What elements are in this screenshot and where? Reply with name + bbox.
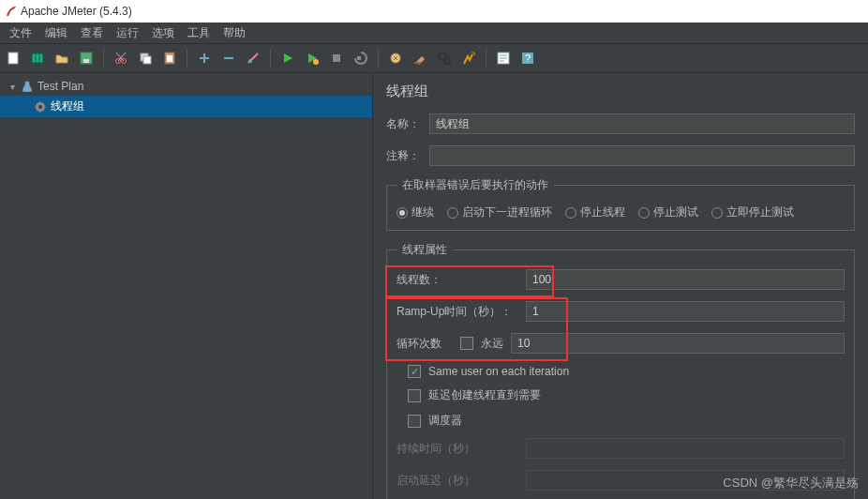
same-user-row: Same user on each iteration bbox=[408, 365, 845, 378]
start-no-timers-icon[interactable] bbox=[303, 49, 322, 68]
duration-input bbox=[526, 438, 845, 459]
svg-rect-13 bbox=[357, 56, 361, 60]
svg-text:?: ? bbox=[525, 53, 531, 64]
separator bbox=[103, 49, 104, 68]
error-action-radios: 继续 启动下一进程循环 停止线程 停止测试 立即停止测试 bbox=[397, 204, 845, 220]
radio-stop-test[interactable]: 停止测试 bbox=[638, 204, 698, 220]
svg-rect-12 bbox=[333, 54, 340, 62]
flask-icon bbox=[21, 80, 34, 93]
svg-point-22 bbox=[38, 105, 42, 109]
radio-start-next[interactable]: 启动下一进程循环 bbox=[447, 204, 552, 220]
thread-group-panel: 线程组 名称： 注释： 在取样器错误后要执行的动作 继续 启动下一进程循环 停止… bbox=[373, 73, 868, 499]
stop-icon[interactable] bbox=[327, 49, 346, 68]
clear-icon[interactable] bbox=[386, 49, 405, 68]
function-helper-icon[interactable] bbox=[494, 49, 513, 68]
svg-point-10 bbox=[248, 59, 252, 63]
scheduler-row: 调度器 bbox=[408, 413, 845, 429]
menu-help[interactable]: 帮助 bbox=[217, 23, 251, 43]
window-titlebar: Apache JMeter (5.4.3) bbox=[0, 0, 868, 23]
menu-edit[interactable]: 编辑 bbox=[39, 23, 73, 43]
comment-row: 注释： bbox=[386, 145, 855, 166]
separator bbox=[270, 49, 271, 68]
svg-point-11 bbox=[313, 59, 319, 65]
comment-input[interactable] bbox=[429, 145, 855, 166]
tree-root[interactable]: ▾ Test Plan bbox=[0, 77, 372, 96]
forever-label: 永远 bbox=[481, 336, 503, 352]
separator bbox=[187, 49, 187, 68]
threads-row: 线程数： bbox=[397, 269, 845, 290]
name-label: 名称： bbox=[386, 116, 424, 132]
ramp-label: Ramp-Up时间（秒）： bbox=[397, 304, 518, 320]
search-icon[interactable] bbox=[435, 49, 454, 68]
shutdown-icon[interactable] bbox=[352, 49, 370, 68]
new-icon[interactable] bbox=[4, 49, 22, 68]
thread-props-legend: 线程属性 bbox=[397, 242, 453, 258]
tree-thread-group[interactable]: 线程组 bbox=[0, 96, 372, 117]
ramp-row: Ramp-Up时间（秒）： bbox=[397, 301, 845, 322]
menu-run[interactable]: 运行 bbox=[111, 23, 144, 43]
toggle-icon[interactable] bbox=[244, 49, 262, 68]
svg-rect-15 bbox=[414, 62, 421, 64]
same-user-checkbox[interactable] bbox=[408, 365, 421, 378]
help-icon[interactable]: ? bbox=[518, 49, 537, 68]
comment-label: 注释： bbox=[386, 148, 424, 164]
svg-rect-0 bbox=[8, 53, 18, 64]
open-icon[interactable] bbox=[52, 49, 71, 68]
tree-root-label: Test Plan bbox=[37, 80, 83, 93]
panel-heading: 线程组 bbox=[386, 83, 855, 100]
clear-all-icon[interactable] bbox=[411, 49, 429, 68]
save-icon[interactable] bbox=[77, 49, 96, 68]
ramp-input[interactable] bbox=[526, 301, 845, 322]
thread-props-fieldset: 线程属性 线程数： Ramp-Up时间（秒）： 循环次数 永远 Same use… bbox=[386, 242, 855, 499]
threads-input[interactable] bbox=[526, 269, 845, 290]
forever-checkbox[interactable] bbox=[460, 337, 473, 350]
menu-view[interactable]: 查看 bbox=[75, 23, 109, 43]
radio-stop-now[interactable]: 立即停止测试 bbox=[711, 204, 794, 220]
loop-row: 循环次数 永远 bbox=[397, 333, 845, 354]
copy-icon[interactable] bbox=[136, 49, 155, 68]
watermark: CSDN @繁华尽头满是殇 bbox=[723, 475, 859, 491]
threads-label: 线程数： bbox=[397, 272, 518, 288]
svg-rect-7 bbox=[143, 56, 151, 64]
svg-rect-3 bbox=[83, 59, 89, 63]
start-icon[interactable] bbox=[278, 49, 297, 68]
menubar: 文件 编辑 查看 运行 选项 工具 帮助 bbox=[0, 23, 868, 43]
radio-stop-thread[interactable]: 停止线程 bbox=[565, 204, 625, 220]
svg-rect-9 bbox=[167, 55, 172, 62]
delay-create-checkbox[interactable] bbox=[408, 389, 421, 402]
tree-thread-group-label: 线程组 bbox=[51, 98, 84, 114]
main-area: ▾ Test Plan 线程组 线程组 名称： 注释： 在取样器错误后要执行的动… bbox=[0, 73, 868, 499]
chevron-down-icon[interactable]: ▾ bbox=[7, 82, 17, 92]
error-action-fieldset: 在取样器错误后要执行的动作 继续 启动下一进程循环 停止线程 停止测试 立即停止… bbox=[386, 177, 855, 231]
scheduler-checkbox[interactable] bbox=[408, 415, 421, 428]
startup-delay-label: 启动延迟（秒） bbox=[397, 473, 518, 489]
name-input[interactable] bbox=[429, 113, 855, 134]
radio-continue[interactable]: 继续 bbox=[397, 204, 434, 220]
svg-rect-1 bbox=[32, 53, 43, 63]
paste-icon[interactable] bbox=[160, 49, 179, 68]
expand-icon[interactable] bbox=[195, 49, 214, 68]
window-title: Apache JMeter (5.4.3) bbox=[21, 5, 132, 18]
jmeter-icon bbox=[6, 6, 17, 17]
test-plan-tree: ▾ Test Plan 线程组 bbox=[0, 73, 373, 499]
duration-label: 持续时间（秒） bbox=[397, 441, 518, 457]
collapse-icon[interactable] bbox=[219, 49, 238, 68]
duration-row: 持续时间（秒） bbox=[397, 438, 845, 459]
same-user-label: Same user on each iteration bbox=[428, 365, 569, 378]
loop-input[interactable] bbox=[511, 333, 845, 354]
separator bbox=[378, 49, 379, 68]
scheduler-label: 调度器 bbox=[428, 413, 462, 429]
templates-icon[interactable] bbox=[28, 49, 47, 68]
loop-label: 循环次数 bbox=[397, 336, 453, 352]
delay-create-label: 延迟创建线程直到需要 bbox=[428, 387, 541, 403]
gear-icon bbox=[34, 100, 47, 113]
delay-create-row: 延迟创建线程直到需要 bbox=[408, 387, 845, 403]
menu-file[interactable]: 文件 bbox=[4, 23, 37, 43]
cut-icon[interactable] bbox=[112, 49, 130, 68]
menu-options[interactable]: 选项 bbox=[146, 23, 180, 43]
reset-search-icon[interactable] bbox=[459, 49, 478, 68]
menu-tools[interactable]: 工具 bbox=[182, 23, 216, 43]
toolbar: ? bbox=[0, 43, 868, 73]
error-action-legend: 在取样器错误后要执行的动作 bbox=[397, 177, 554, 193]
name-row: 名称： bbox=[386, 113, 855, 134]
